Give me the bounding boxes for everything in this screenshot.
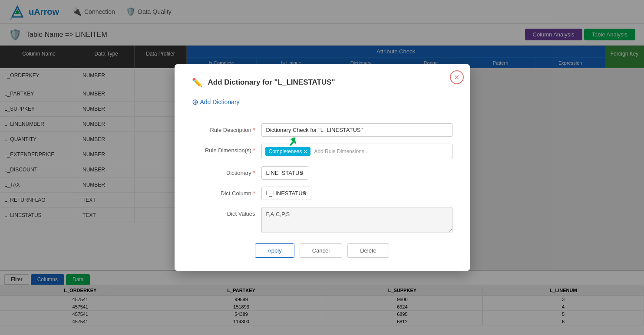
dictionary-label: Dictionary * <box>192 166 261 176</box>
modal-title-row: ✏️ Add Dictionary for "L_LINESTATUS" <box>192 77 452 88</box>
dict-values-label: Dict Values <box>192 207 261 217</box>
add-dict-plus-icon: ⊕ <box>192 97 198 107</box>
add-dictionary-link[interactable]: ⊕ Add Dictionary <box>192 97 452 115</box>
modal-overlay: ✕ ✏️ Add Dictionary for "L_LINESTATUS" ⊕… <box>0 0 644 335</box>
dictionary-row: Dictionary * LINE_STATUS <box>192 166 452 180</box>
add-dict-label: Add Dictionary <box>200 99 240 105</box>
dict-column-select-wrapper: L_LINESTATUS <box>261 187 452 200</box>
modal-actions: Apply Cancel Delete <box>192 243 452 258</box>
dictionary-select-wrapper: LINE_STATUS <box>261 166 452 180</box>
delete-button[interactable]: Delete <box>347 243 389 258</box>
rule-description-label: Rule Description * <box>192 123 261 133</box>
arrow-down-icon <box>287 136 301 149</box>
dict-column-select[interactable]: L_LINESTATUS <box>261 187 311 200</box>
rule-description-row: Rule Description * <box>192 123 452 137</box>
arrow-indicator <box>287 136 301 151</box>
dict-values-textarea[interactable] <box>261 207 452 233</box>
rule-dimensions-label: Rule Dimension(s) * <box>192 144 261 154</box>
dictionary-select[interactable]: LINE_STATUS <box>261 166 308 180</box>
dict-column-label: Dict Column * <box>192 187 261 197</box>
modal-pencil-icon: ✏️ <box>192 77 203 88</box>
modal: ✕ ✏️ Add Dictionary for "L_LINESTATUS" ⊕… <box>175 64 470 271</box>
modal-close-button[interactable]: ✕ <box>450 70 464 84</box>
dict-values-row: Dict Values <box>192 207 452 233</box>
cancel-button[interactable]: Cancel <box>300 243 342 258</box>
modal-title-text: Add Dictionary for "L_LINESTATUS" <box>208 78 335 87</box>
rule-dimensions-row: Rule Dimension(s) * Completeness × Add R… <box>192 144 452 159</box>
add-dimension-button[interactable]: Add Rule Dimensions... <box>312 148 370 155</box>
dict-column-row: Dict Column * L_LINESTATUS <box>192 187 452 200</box>
rule-description-input[interactable] <box>261 123 452 137</box>
apply-button[interactable]: Apply <box>255 243 294 258</box>
dimension-tag-close-icon[interactable]: × <box>304 148 307 154</box>
